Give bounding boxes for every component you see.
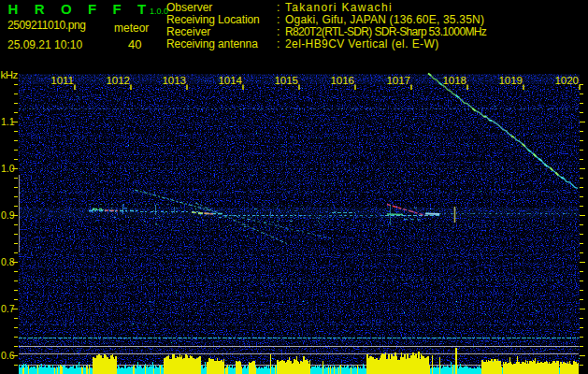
svg-text:0.7: 0.7 — [1, 303, 15, 314]
svg-text::: : — [277, 13, 280, 26]
svg-text:1011: 1011 — [50, 75, 74, 86]
svg-text:Receiving Location: Receiving Location — [166, 13, 260, 26]
svg-text:1019: 1019 — [498, 75, 523, 86]
svg-text:meteor: meteor — [114, 22, 149, 35]
svg-text:1017: 1017 — [386, 75, 410, 86]
svg-text:kHz: kHz — [1, 69, 19, 80]
svg-text:R820T2(RTL-SDR) SDR-Sharp 53.1: R820T2(RTL-SDR) SDR-Sharp 53.1000MHz — [285, 25, 487, 38]
svg-text:Receiver: Receiver — [166, 25, 210, 38]
svg-text:1012: 1012 — [106, 75, 130, 86]
svg-text:H R O F F T: H R O F F T — [8, 1, 152, 17]
svg-text:1015: 1015 — [274, 75, 298, 86]
svg-text:2el-HB9CV Vertical (el. E-W): 2el-HB9CV Vertical (el. E-W) — [285, 37, 439, 50]
svg-text:2509211010.png: 2509211010.png — [7, 19, 86, 32]
svg-text:1016: 1016 — [330, 75, 354, 86]
svg-text:Takanori Kawachi: Takanori Kawachi — [285, 1, 393, 14]
svg-text:40: 40 — [128, 37, 141, 51]
svg-text:1014: 1014 — [218, 75, 242, 86]
svg-text:0.9: 0.9 — [1, 209, 15, 221]
svg-text::: : — [277, 25, 280, 38]
svg-text:Receiving antenna: Receiving antenna — [166, 37, 258, 50]
svg-text:Observer: Observer — [166, 1, 212, 14]
svg-text::: : — [277, 37, 280, 50]
svg-text:0.6: 0.6 — [1, 350, 15, 361]
svg-text::: : — [277, 1, 280, 14]
svg-text:Ogaki, Gifu, JAPAN (136.60E, 3: Ogaki, Gifu, JAPAN (136.60E, 35.35N) — [285, 13, 484, 26]
svg-text:1020: 1020 — [554, 75, 579, 86]
svg-text:1013: 1013 — [162, 75, 186, 86]
svg-text:25.09.21 10:10: 25.09.21 10:10 — [7, 38, 82, 51]
svg-text:1.1: 1.1 — [1, 116, 15, 127]
svg-text:1.0: 1.0 — [1, 163, 15, 174]
svg-text:1018: 1018 — [442, 75, 466, 86]
svg-text:0.8: 0.8 — [1, 256, 15, 267]
